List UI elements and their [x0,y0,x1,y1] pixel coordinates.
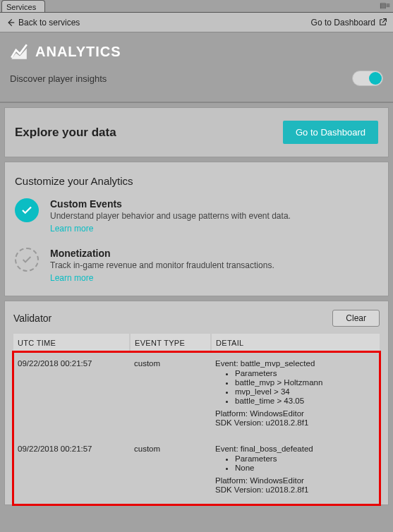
cell-time: 09/22/2018 00:21:57 [13,352,130,437]
feature-desc: Track in-game revenue and monitor fraudu… [50,260,378,270]
list-item: battle_time > 43.05 [235,397,375,405]
list-item: None [235,464,375,472]
feature-disabled-badge [15,248,39,272]
window-tabbar: Services ▤≡ [0,0,393,13]
page-subtitle: Discover player insights [10,73,107,84]
validator-body: 09/22/2018 00:21:57customEvent: battle_m… [13,352,380,504]
explore-section: Explore your data Go to Dashboard [4,107,389,157]
validator-title: Validator [13,313,52,324]
feature-name: Custom Events [50,198,378,210]
sdk-line: SDK Version: u2018.2.8f1 [215,485,375,494]
cell-type: custom [130,437,211,504]
dashboard-link-label: Go to Dashboard [311,18,375,28]
cell-detail: Event: final_boss_defeatedParametersNone… [211,437,380,504]
dock-menu-icon[interactable]: ▤≡ [380,1,390,9]
event-line: Event: battle_mvp_selected [215,359,375,368]
learn-more-link[interactable]: Learn more [50,224,93,234]
sdk-line: SDK Version: u2018.2.8f1 [215,418,375,427]
back-to-services-link[interactable]: Back to services [6,18,80,28]
list-item: battle_mvp > Holtzmann [235,378,375,387]
feature-enabled-badge [15,198,39,222]
table-row: 09/22/2018 00:21:57customEvent: battle_m… [13,352,380,437]
clear-button[interactable]: Clear [332,310,380,327]
analytics-enabled-toggle[interactable] [352,71,383,86]
go-to-dashboard-link[interactable]: Go to Dashboard [311,18,387,28]
check-icon [21,254,32,265]
cell-detail: Event: battle_mvp_selectedParametersbatt… [211,352,380,437]
cell-type: custom [130,352,211,437]
param-list: ParametersNone [235,454,375,472]
feature-desc: Understand player behavior and usage pat… [50,211,378,221]
breadcrumb: Back to services Go to Dashboard [0,13,393,32]
go-to-dashboard-button[interactable]: Go to Dashboard [283,121,378,144]
feature-name: Monetization [50,248,378,259]
tab-services[interactable]: Services [1,0,45,12]
platform-line: Platform: WindowsEditor [215,476,375,485]
col-header-time: UTC TIME [13,334,130,352]
list-item: mvp_level > 34 [235,387,375,396]
list-item: Parameters [235,454,375,463]
customize-title: Customize your Analytics [15,175,378,187]
customize-section: Customize your Analytics Custom Events U… [4,162,389,296]
tab-label: Services [6,3,36,11]
event-line: Event: final_boss_defeated [215,445,375,453]
platform-line: Platform: WindowsEditor [215,409,375,418]
check-icon [20,204,33,217]
validator-section: Validator Clear UTC TIME EVENT TYPE DETA… [4,301,389,505]
col-header-detail: DETAIL [211,334,380,352]
validator-table: UTC TIME EVENT TYPE DETAIL 09/22/2018 00… [13,334,380,504]
param-list: Parametersbattle_mvp > Holtzmannmvp_leve… [235,369,375,405]
toggle-knob [369,72,382,85]
list-item: Parameters [235,369,375,377]
analytics-header: ANALYTICS Discover player insights [0,32,393,103]
external-link-icon [378,18,387,27]
back-arrow-icon [6,18,16,28]
explore-title: Explore your data [15,126,116,140]
col-header-type: EVENT TYPE [130,334,211,352]
table-row: 09/22/2018 00:21:57customEvent: final_bo… [13,437,380,504]
cell-time: 09/22/2018 00:21:57 [13,437,130,504]
analytics-chart-icon [10,42,28,61]
page-title: ANALYTICS [35,44,121,60]
learn-more-link[interactable]: Learn more [50,273,93,283]
feature-custom-events: Custom Events Understand player behavior… [15,198,378,234]
back-label: Back to services [18,18,80,28]
feature-monetization: Monetization Track in-game revenue and m… [15,248,378,283]
